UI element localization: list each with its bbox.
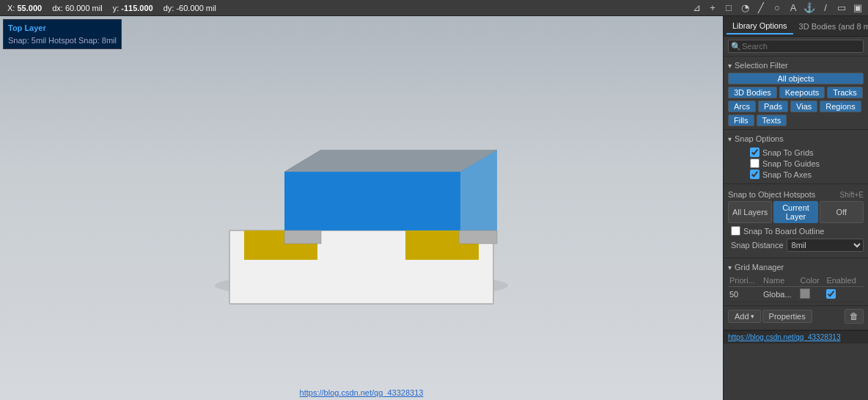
all-layers-button[interactable]: All Layers xyxy=(728,201,772,223)
snap-object-label: Snap to Object Hotspots xyxy=(728,190,815,199)
filter-3d-bodies[interactable]: 3D Bodies xyxy=(728,87,777,98)
dx-coord: dx: 60.000 mil xyxy=(48,4,107,12)
col-priority: Priori... xyxy=(728,274,762,287)
snap-to-grids-row: Snap To Grids xyxy=(728,148,864,157)
line-icon[interactable]: ╱ xyxy=(754,1,768,15)
snap-object-header: Snap to Object Hotspots Shift+E xyxy=(728,190,864,199)
snap-to-axes-checkbox[interactable] xyxy=(750,170,760,179)
tab-library-options[interactable]: Library Options xyxy=(727,18,793,34)
snap-board-checkbox[interactable] xyxy=(731,226,740,236)
grid-table: Priori... Name Color Enabled 50 Globa... xyxy=(728,274,864,302)
selection-filter-section: ▾ Selection Filter All objects 3D Bodies… xyxy=(724,57,868,130)
grid-name-cell: Globa... xyxy=(762,287,798,302)
filter-texts[interactable]: Texts xyxy=(757,114,787,126)
snap-to-guides-label: Snap To Guides xyxy=(762,159,820,168)
main-area: Top Layer Snap: 5mil Hotspot Snap: 8mil xyxy=(0,16,868,400)
filter-buttons-container: All objects 3D Bodies Keepouts Tracks Ar… xyxy=(724,73,868,126)
panel-tabs: Library Options 3D Bodies (and 8 more) ⊿ xyxy=(724,16,868,37)
grid-table-container: Priori... Name Color Enabled 50 Globa... xyxy=(724,274,868,305)
search-container: 🔍 xyxy=(728,40,864,53)
filter-keepouts[interactable]: Keepouts xyxy=(779,87,825,98)
add-grid-button[interactable]: Add ▾ xyxy=(728,310,761,323)
dy-coord: dy: -60.000 mil xyxy=(159,4,221,12)
selection-filter-arrow: ▾ xyxy=(728,62,732,70)
grid-manager-label: Grid Manager xyxy=(735,263,784,272)
snap-options-arrow: ▾ xyxy=(728,135,732,143)
search-input[interactable] xyxy=(728,40,864,53)
viewport[interactable]: Top Layer Snap: 5mil Hotspot Snap: 8mil xyxy=(0,16,723,400)
y-coord: y: -115.000 xyxy=(108,4,158,12)
filter-tracks[interactable]: Tracks xyxy=(827,87,863,98)
delete-grid-button[interactable]: 🗑 xyxy=(845,309,864,324)
add-icon[interactable]: + xyxy=(705,1,720,15)
grid-table-header-row: Priori... Name Color Enabled xyxy=(728,274,864,287)
snap-to-axes-row: Snap To Axes xyxy=(728,170,864,179)
search-bar: 🔍 xyxy=(724,37,868,57)
right-panel: Library Options 3D Bodies (and 8 more) ⊿… xyxy=(723,16,868,400)
rect2-icon[interactable]: ▭ xyxy=(834,1,849,15)
tab-3d-bodies[interactable]: 3D Bodies (and 8 more) xyxy=(793,19,868,34)
snap-options-header[interactable]: ▾ Snap Options xyxy=(724,133,868,146)
svg-rect-13 xyxy=(459,230,497,244)
filter-arcs[interactable]: Arcs xyxy=(728,101,756,112)
svg-rect-5 xyxy=(405,260,479,274)
grid-manager-section: ▾ Grid Manager Priori... Name Color Enab… xyxy=(724,258,868,330)
snap-options-label: Snap Options xyxy=(735,134,784,143)
3d-scene xyxy=(0,16,723,400)
snap-to-guides-checkbox[interactable] xyxy=(750,159,760,168)
col-name: Name xyxy=(762,274,798,287)
circle-icon[interactable]: ○ xyxy=(770,1,784,15)
svg-rect-4 xyxy=(244,260,317,274)
snap-to-axes-label: Snap To Axes xyxy=(762,170,812,179)
snap-to-grids-checkbox[interactable] xyxy=(750,148,760,157)
snap-to-grids-label: Snap To Grids xyxy=(762,148,814,157)
grid-manager-header[interactable]: ▾ Grid Manager xyxy=(724,261,868,274)
arc-icon[interactable]: ◔ xyxy=(738,1,752,15)
filter-icon[interactable]: ⊿ xyxy=(689,1,704,15)
grid-bottom-toolbar: Add ▾ Properties 🗑 xyxy=(724,305,868,327)
col-enabled: Enabled xyxy=(825,274,864,287)
filter-pads[interactable]: Pads xyxy=(758,101,788,112)
snap-options-controls: Snap To Grids Snap To Guides Snap To Axe… xyxy=(724,148,868,179)
all-objects-button[interactable]: All objects xyxy=(728,73,864,84)
anchor-icon[interactable]: ⚓ xyxy=(802,1,817,15)
filter-fills[interactable]: Fills xyxy=(728,114,754,126)
grid-manager-arrow: ▾ xyxy=(728,263,732,272)
snap-board-label: Snap To Board Outline xyxy=(743,227,824,236)
current-layer-button[interactable]: Current Layer xyxy=(773,201,817,223)
rect-icon[interactable]: □ xyxy=(721,1,736,15)
snap-distance-label: Snap Distance xyxy=(731,241,784,250)
color-swatch[interactable] xyxy=(800,288,810,299)
snap-object-shortcut: Shift+E xyxy=(839,191,864,199)
rect3-icon[interactable]: ▣ xyxy=(850,1,865,15)
add-dropdown-arrow: ▾ xyxy=(751,313,754,320)
snap-object-inner: Snap to Object Hotspots Shift+E All Laye… xyxy=(724,187,868,255)
bottom-link[interactable]: https://blog.csdn.net/qq_43328313 xyxy=(724,330,868,343)
snap-to-guides-row: Snap To Guides xyxy=(728,159,864,168)
off-button[interactable]: Off xyxy=(820,201,864,223)
snap-options-section: ▾ Snap Options Snap To Grids Snap To Gui… xyxy=(724,130,868,184)
x-coord: X: 55.000 xyxy=(3,4,46,12)
grid-color-cell xyxy=(798,287,825,302)
selection-filter-header[interactable]: ▾ Selection Filter xyxy=(724,59,868,73)
grid-priority-cell: 50 xyxy=(728,287,762,302)
snap-distance-row: Snap Distance 1mil 2mil 5mil 8mil 10mil … xyxy=(728,239,864,252)
add-label: Add xyxy=(735,312,749,321)
slash-icon[interactable]: / xyxy=(818,1,833,15)
selection-filter-label: Selection Filter xyxy=(735,61,788,70)
grid-enabled-cell xyxy=(825,287,864,302)
grid-row-1[interactable]: 50 Globa... xyxy=(728,287,864,302)
properties-button[interactable]: Properties xyxy=(762,310,812,323)
svg-marker-11 xyxy=(284,150,497,172)
scene-svg xyxy=(171,69,552,348)
snap-object-section: Snap to Object Hotspots Shift+E All Laye… xyxy=(724,184,868,258)
filter-vias[interactable]: Vias xyxy=(790,101,817,112)
grid-enabled-checkbox[interactable] xyxy=(826,289,836,299)
text-icon[interactable]: A xyxy=(786,1,801,15)
svg-rect-12 xyxy=(284,230,321,244)
snap-distance-select[interactable]: 1mil 2mil 5mil 8mil 10mil 20mil xyxy=(787,239,864,252)
snap-hotspot-buttons: All Layers Current Layer Off xyxy=(728,201,864,223)
snap-board-row: Snap To Board Outline xyxy=(728,226,864,236)
watermark-link[interactable]: https://blog.csdn.net/qq_43328313 xyxy=(300,388,424,397)
filter-regions[interactable]: Regions xyxy=(820,101,861,112)
